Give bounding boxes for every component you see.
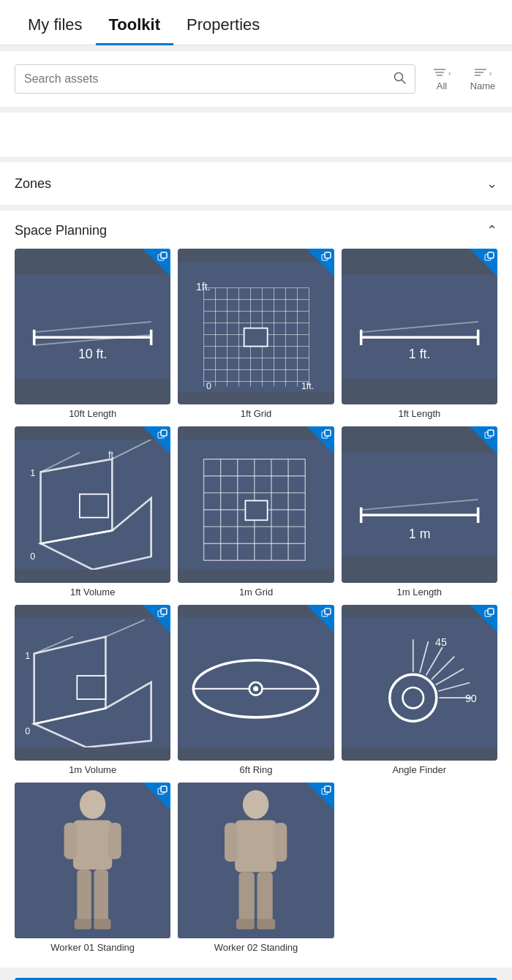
asset-label-1ft-grid: 1ft Grid — [239, 408, 274, 419]
asset-label-worker-01: Worker 01 Standing — [49, 942, 136, 953]
asset-thumb-worker-02 — [178, 783, 334, 938]
svg-rect-136 — [94, 919, 110, 930]
svg-text:0: 0 — [25, 726, 30, 736]
cube-badge-icon — [157, 608, 167, 620]
svg-rect-111 — [325, 608, 331, 614]
sort-label: Name — [470, 80, 496, 91]
svg-text:0: 0 — [30, 551, 35, 562]
zones-title: Zones — [15, 176, 51, 192]
svg-rect-39 — [244, 328, 268, 346]
svg-rect-138 — [161, 786, 167, 792]
asset-thumb-6ft-ring — [178, 605, 334, 761]
space-planning-header[interactable]: Space Planning ⌃ — [15, 222, 497, 249]
empty-space — [0, 113, 512, 157]
zones-chevron-icon: ⌄ — [486, 176, 497, 192]
asset-card-worker-01[interactable]: Worker 01 Standing — [15, 783, 170, 953]
asset-card-1ft-volume[interactable]: 0 1 ft 1ft Volume — [15, 426, 170, 597]
tab-properties[interactable]: Properties — [173, 15, 273, 45]
cube-badge-icon — [157, 785, 167, 798]
asset-thumb-1ft-volume: 0 1 ft — [15, 426, 170, 582]
asset-label-1ft-length: 1ft Length — [396, 408, 442, 419]
asset-label-6ft-ring: 6ft Ring — [238, 764, 274, 775]
asset-thumb-1m-length: 1 m — [342, 426, 497, 582]
svg-text:1: 1 — [30, 468, 35, 478]
svg-rect-131 — [64, 823, 78, 859]
import-bar: Import — [0, 968, 512, 980]
asset-label-10ft-length: 10ft Length — [67, 408, 118, 419]
asset-thumb-worker-01 — [15, 783, 170, 938]
asset-card-1ft-grid[interactable]: 1ft. 0 1ft. 1ft Grid — [178, 249, 334, 419]
search-input-wrapper[interactable] — [15, 64, 415, 94]
svg-rect-64 — [161, 430, 167, 436]
asset-card-worker-02[interactable]: Worker 02 Standing — [178, 783, 334, 953]
cube-badge-icon — [157, 252, 167, 264]
svg-rect-147 — [236, 919, 255, 930]
main-content: › All › Name — [0, 45, 512, 968]
svg-text:45: 45 — [435, 637, 447, 649]
tabs-bar: My files Toolkit Properties — [0, 0, 512, 45]
tab-toolkit[interactable]: Toolkit — [96, 15, 173, 45]
svg-text:1 m: 1 m — [409, 527, 431, 541]
cube-badge-icon — [484, 429, 494, 442]
search-input[interactable] — [24, 72, 393, 86]
svg-rect-83 — [325, 430, 331, 436]
space-planning-title: Space Planning — [15, 223, 107, 238]
asset-card-1ft-length[interactable]: 1 ft. 1ft Length — [342, 249, 497, 419]
asset-card-6ft-ring[interactable]: 6ft Ring — [178, 605, 334, 775]
svg-rect-146 — [257, 872, 273, 922]
svg-rect-145 — [239, 872, 255, 922]
filter-label: All — [437, 80, 447, 91]
filter-button[interactable]: › All — [427, 67, 456, 91]
svg-rect-134 — [94, 870, 108, 921]
svg-point-115 — [402, 687, 423, 708]
asset-label-1ft-volume: 1ft Volume — [69, 587, 116, 598]
tab-my-files[interactable]: My files — [15, 15, 96, 45]
cube-badge-icon — [484, 252, 494, 264]
svg-rect-16 — [161, 252, 167, 258]
svg-rect-142 — [236, 821, 277, 872]
svg-text:1ft.: 1ft. — [196, 281, 211, 293]
asset-label-1m-grid: 1m Grid — [238, 587, 274, 598]
assets-grid: 10 ft. 10ft Length 1ft. 0 1ft. 1ft Grid — [15, 249, 497, 953]
svg-rect-133 — [77, 870, 91, 921]
svg-text:1: 1 — [25, 651, 30, 661]
svg-text:1 ft.: 1 ft. — [409, 346, 431, 361]
space-planning-section: Space Planning ⌃ 10 ft. 10ft Length 1ft. — [0, 211, 512, 968]
asset-thumb-1ft-length: 1 ft. — [342, 249, 497, 404]
svg-text:90: 90 — [465, 693, 477, 704]
content-wrapper: › All › Name — [0, 45, 512, 968]
asset-card-10ft-length[interactable]: 10 ft. 10ft Length — [15, 249, 170, 419]
asset-thumb-1m-volume: 0 1 — [15, 605, 170, 761]
asset-card-1m-grid[interactable]: 1m Grid — [178, 426, 334, 597]
asset-thumb-angle-finder: 90 45 — [342, 605, 497, 761]
svg-point-129 — [80, 791, 106, 819]
svg-rect-143 — [225, 823, 238, 862]
svg-rect-148 — [257, 919, 276, 930]
svg-rect-130 — [73, 821, 112, 870]
svg-rect-92 — [488, 430, 494, 436]
asset-label-angle-finder: Angle Finder — [391, 764, 448, 775]
asset-thumb-10ft-length: 10 ft. — [15, 249, 170, 404]
svg-point-109 — [253, 687, 258, 692]
asset-card-1m-length[interactable]: 1 m 1m Length — [342, 426, 497, 597]
cube-badge-icon — [321, 608, 331, 620]
asset-label-worker-02: Worker 02 Standing — [213, 942, 300, 953]
zones-section[interactable]: Zones ⌄ — [0, 162, 512, 205]
asset-card-1m-volume[interactable]: 0 1 1m Volume — [15, 605, 170, 775]
cube-badge-icon — [157, 429, 167, 442]
svg-text:1ft.: 1ft. — [301, 381, 314, 391]
cube-badge-icon — [321, 429, 331, 442]
svg-rect-99 — [77, 676, 105, 699]
svg-rect-52 — [488, 252, 494, 258]
svg-rect-132 — [108, 823, 121, 859]
asset-label-1m-volume: 1m Volume — [67, 764, 118, 775]
search-icon — [393, 71, 406, 87]
filter-chevron: › — [448, 69, 451, 78]
asset-card-angle-finder[interactable]: 90 45 Angle Finder — [342, 605, 497, 775]
svg-rect-59 — [80, 494, 108, 518]
sort-button[interactable]: › Name — [468, 67, 497, 91]
svg-rect-126 — [488, 608, 494, 614]
svg-rect-144 — [274, 823, 287, 862]
filter-controls: › All › Name — [427, 67, 497, 91]
svg-text:10 ft.: 10 ft. — [78, 346, 108, 361]
